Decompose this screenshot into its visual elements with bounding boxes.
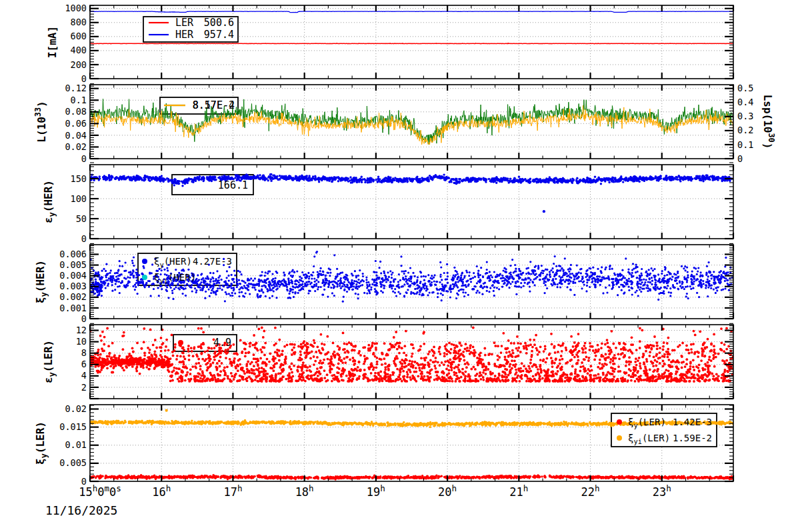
panel-xiy-her: 00.0010.0020.0030.0040.0050.006ξy(HER)ξy…: [34, 243, 733, 323]
svg-text:0: 0: [81, 233, 87, 244]
svg-text:0.3: 0.3: [737, 111, 753, 121]
svg-text:19h: 19h: [367, 483, 385, 499]
panel-ey-ler: 24681012εy(LER)4.9: [42, 323, 735, 399]
svg-text:0.002: 0.002: [59, 291, 87, 302]
y-axis-title-luminosity: L(1033): [33, 101, 48, 142]
svg-text:I[mA]: I[mA]: [46, 26, 59, 58]
svg-text:0: 0: [81, 313, 87, 324]
svg-text:150: 150: [71, 173, 87, 184]
svg-text:εy(HER): εy(HER): [42, 180, 57, 223]
svg-text:800: 800: [71, 17, 87, 27]
svg-text:22h: 22h: [581, 483, 600, 499]
svg-text:400: 400: [71, 45, 87, 55]
svg-text:4.9: 4.9: [213, 337, 231, 349]
svg-text:16h: 16h: [152, 483, 171, 499]
svg-text:0.5: 0.5: [737, 83, 753, 93]
svg-text:0.2: 0.2: [737, 125, 753, 135]
svg-text:17h: 17h: [223, 483, 242, 499]
svg-text:15h0m0s: 15h0m0s: [79, 483, 121, 499]
svg-text:0.04: 0.04: [65, 130, 87, 141]
y-axis-title-xiy-ler: ξy(LER): [34, 421, 49, 465]
svg-text:21h: 21h: [509, 483, 528, 499]
HER-current: [90, 11, 733, 12]
svg-text:4.27E-3: 4.27E-3: [193, 256, 232, 267]
y-axis-title-xiy-her: ξy(HER): [34, 260, 49, 303]
svg-text:0.02: 0.02: [65, 403, 87, 414]
svg-text:0.08: 0.08: [65, 106, 87, 117]
svg-text:0: 0: [81, 153, 87, 164]
xiy-ler-points: [89, 474, 734, 481]
panel-ey-her: 050100150εy(HER)166.1: [42, 163, 733, 244]
svg-text:0: 0: [81, 73, 87, 84]
svg-text:18h: 18h: [295, 483, 314, 499]
panel-beam-current: 02004006008001000I[mA]LER500.6HER957.4: [46, 3, 733, 83]
svg-text:HER: HER: [175, 29, 194, 41]
svg-text:Lsp(1030): Lsp(1030): [761, 95, 776, 149]
svg-text:1.59E-2: 1.59E-2: [673, 433, 712, 443]
stacked-time-series-chart: 02004006008001000I[mA]LER500.6HER957.400…: [0, 0, 800, 532]
svg-text:0.001: 0.001: [59, 303, 87, 313]
y-axis-title-ey-ler: εy(LER): [42, 340, 57, 383]
svg-text:100: 100: [71, 193, 87, 204]
svg-text:50: 50: [76, 213, 87, 224]
y-axis-title-beam-current: I[mA]: [46, 26, 59, 58]
legend-ey-her: 166.1: [218, 179, 248, 191]
svg-text:20h: 20h: [438, 483, 457, 499]
svg-text:500.6: 500.6: [204, 17, 234, 29]
svg-text:0.12: 0.12: [65, 83, 87, 93]
svg-text:1.42E-3: 1.42E-3: [673, 417, 712, 427]
svg-text:0.015: 0.015: [59, 421, 87, 432]
svg-text:1000: 1000: [65, 3, 87, 13]
svg-text:6: 6: [81, 359, 87, 369]
svg-text:0.06: 0.06: [65, 118, 87, 129]
svg-text:23h: 23h: [653, 483, 671, 499]
svg-text:10: 10: [76, 336, 87, 347]
LER-current: [90, 43, 733, 44]
svg-text:ξy(LER): ξy(LER): [34, 421, 49, 465]
svg-text:ξy(HER): ξy(HER): [34, 260, 49, 303]
svg-text:4: 4: [81, 370, 87, 381]
svg-text:εy(LER): εy(LER): [42, 340, 57, 383]
x-axis-date-label: 11/16/2025: [45, 503, 117, 517]
svg-text:0.004: 0.004: [59, 270, 87, 281]
svg-text:0.1: 0.1: [737, 139, 753, 150]
svg-text:LER: LER: [175, 17, 194, 29]
svg-text:0.003: 0.003: [59, 281, 87, 291]
svg-text:200: 200: [71, 59, 87, 70]
svg-text:957.4: 957.4: [204, 29, 234, 41]
svg-text:12: 12: [76, 325, 87, 335]
svg-text:166.1: 166.1: [218, 179, 248, 191]
accelerator-status-monitor: 02004006008001000I[mA]LER500.6HER957.400…: [0, 0, 800, 532]
svg-text:0.005: 0.005: [59, 259, 87, 270]
x-axis-labels: 15h0m0s16h17h18h19h20h21h22h23h: [79, 483, 671, 499]
svg-text:8.57E-2: 8.57E-2: [193, 99, 235, 111]
svg-text:0.02: 0.02: [65, 141, 87, 152]
panel-xiy-ler: 00.0050.010.0150.02ξy(LER)ξy(LER)1.42E-3…: [34, 403, 735, 486]
svg-text:0.006: 0.006: [59, 249, 87, 259]
svg-text:0.01: 0.01: [65, 439, 87, 450]
svg-text:0.1: 0.1: [71, 95, 87, 105]
svg-text:0: 0: [737, 153, 743, 164]
svg-text:8: 8: [81, 347, 87, 358]
svg-text:600: 600: [71, 31, 87, 41]
panel-luminosity: 00.020.040.060.080.10.1200.10.20.30.40.5…: [33, 83, 775, 163]
svg-text:L(1033): L(1033): [33, 101, 48, 142]
svg-text:2: 2: [81, 382, 87, 393]
y-axis-title-ey-her: εy(HER): [42, 180, 57, 223]
svg-text:0.005: 0.005: [59, 457, 87, 468]
svg-text:0.4: 0.4: [737, 97, 753, 107]
